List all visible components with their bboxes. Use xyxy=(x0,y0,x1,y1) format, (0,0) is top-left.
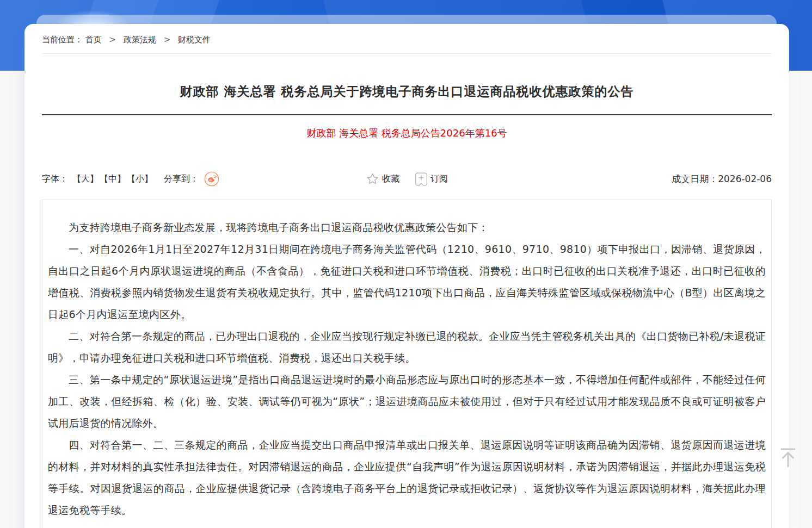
toolbar: 字体： 【大】 【中】 【小】 分享到： xyxy=(42,170,772,188)
breadcrumb-separator: > xyxy=(109,35,116,45)
breadcrumb-link-home[interactable]: 首页 xyxy=(85,35,102,45)
breadcrumb-label: 当前位置： xyxy=(42,35,83,45)
favorite-label: 收藏 xyxy=(382,173,399,185)
page-title: 财政部 海关总署 税务总局关于跨境电子商务出口退运商品税收优惠政策的公告 xyxy=(42,83,772,100)
paragraph-article-2: 二、对符合第一条规定的商品，已办理出口退税的，企业应当按现行规定补缴已退的税款。… xyxy=(48,325,766,369)
subscribe-label: 订阅 xyxy=(430,173,448,185)
article-card: 当前位置： 首页 > 政策法规 > 财税文件 财政部 海关总署 税务总局关于跨境… xyxy=(24,24,789,528)
arrow-up-to-top-icon xyxy=(779,446,797,471)
breadcrumb-link-tax-documents[interactable]: 财税文件 xyxy=(178,35,211,45)
breadcrumb: 当前位置： 首页 > 政策法规 > 财税文件 xyxy=(42,24,772,45)
share-label: 分享到： xyxy=(164,173,199,185)
toolbar-right-group: 成文日期：2026-02-06 xyxy=(672,173,772,185)
toolbar-center-group: 收藏 订阅 xyxy=(366,172,448,186)
font-small-button[interactable]: 【小】 xyxy=(127,173,153,185)
font-large-button[interactable]: 【大】 xyxy=(72,173,99,185)
font-medium-button[interactable]: 【中】 xyxy=(100,173,126,185)
toolbar-left-group: 字体： 【大】 【中】 【小】 分享到： xyxy=(42,171,219,187)
title-divider xyxy=(42,114,772,115)
paragraph-article-4: 四、对符合第一、二、三条规定的商品，企业应当提交出口商品申报清单或出口报关单、退… xyxy=(48,434,766,521)
paragraph-article-1: 一、对自2026年1月1日至2027年12月31日期间在跨境电子商务海关监管代码… xyxy=(48,238,766,325)
breadcrumb-link-policies[interactable]: 政策法规 xyxy=(124,35,156,45)
paragraph-intro: 为支持跨境电子商务新业态发展，现将跨境电子商务出口退运商品税收优惠政策公告如下： xyxy=(48,216,766,238)
bookmark-plus-icon xyxy=(415,172,427,186)
weibo-share-icon[interactable] xyxy=(204,171,219,187)
star-icon xyxy=(366,172,379,185)
subscribe-button[interactable]: 订阅 xyxy=(415,172,448,186)
paragraph-article-3: 三、第一条中规定的“原状退运进境”是指出口商品退运进境时的最小商品形态应与原出口… xyxy=(48,369,766,434)
font-size-label: 字体： xyxy=(42,173,68,185)
document-number: 财政部 海关总署 税务总局公告2026年第16号 xyxy=(42,127,772,140)
breadcrumb-separator: > xyxy=(164,35,171,45)
article-body: 为支持跨境电子商务新业态发展，现将跨境电子商务出口退运商品税收优惠政策公告如下：… xyxy=(42,200,772,528)
publish-date-value: 2026-02-06 xyxy=(718,173,772,184)
breadcrumb-divider xyxy=(42,53,772,54)
back-to-top-button[interactable] xyxy=(777,446,799,472)
favorite-button[interactable]: 收藏 xyxy=(366,172,399,185)
publish-date-label: 成文日期： xyxy=(672,173,718,184)
